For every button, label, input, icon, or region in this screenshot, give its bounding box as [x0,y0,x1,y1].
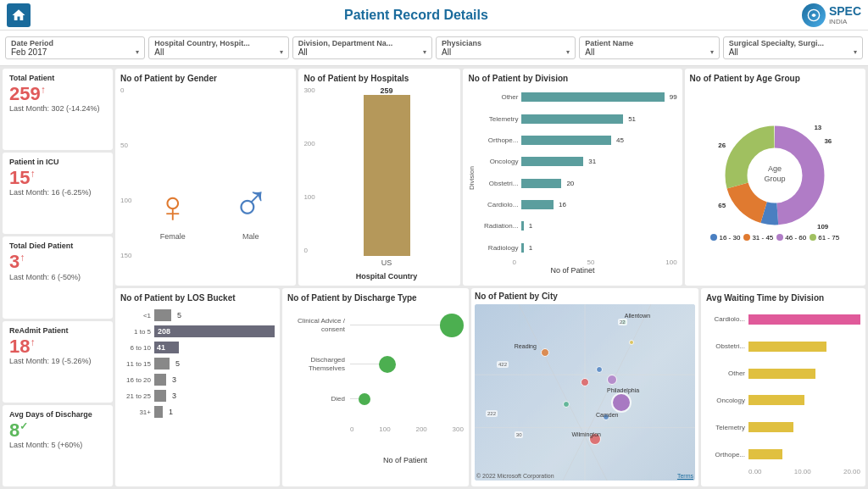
stat-died-sub: Last Month: 6 (-50%) [9,273,106,281]
los-bar-6-10: 41 [154,342,179,353]
hospital-bar-label: US [381,258,392,267]
hospital-x-label: Hospital Country [356,272,418,281]
division-x-label: No of Patinet [468,266,676,275]
los-row-31plus: 31+ 1 [120,406,275,418]
stat-discharge-days: Avg Days of Discharge 8✓ Last Month: 5 (… [3,405,113,486]
wait-row-obstetri: Obstetri... [706,342,860,352]
filter-hospital-country[interactable]: Hospital Country, Hospit... All ▾ [148,36,288,59]
division-y-label: Division [468,86,476,258]
stat-discharge-sub: Last Month: 5 (+60%) [9,441,106,449]
gender-chart-title: No of Patient by Gender [120,74,291,83]
los-row-16-20: 16 to 20 3 [120,374,275,386]
sidebar-stats: Total Patient 259↑ Last Month: 302 (-14.… [3,69,113,486]
main-content: Total Patient 259↑ Last Month: 302 (-14.… [0,66,868,489]
los-row-lt1: <1 5 [120,309,275,321]
discharge-dot-clinical [440,314,464,337]
city-chart-card: No of Patient by City [471,288,698,486]
division-x-axis: 0 50 100 [468,258,676,266]
filter-patient-label: Patient Name [585,39,713,47]
map-road-22: 22 [618,319,627,325]
filter-physicians-value: All [442,47,451,57]
wait-bar-obstetri [748,342,826,352]
div-row-other: Other 99 [476,92,676,102]
stat-total-sub: Last Month: 302 (-14.24%) [9,104,106,113]
filter-physicians-arrow: ▾ [566,48,570,56]
hospital-bar-value: 259 [381,86,393,95]
male-icon: ♂ [231,178,270,229]
discharge-x-axis: 0 100 200 300 [287,425,464,433]
filter-hospital-value: All [154,47,164,57]
age-donut: Age Group 13 36 109 65 26 [720,120,830,231]
legend-16-30: 16 - 30 [710,234,740,242]
filter-hospital-arrow: ▾ [280,48,283,56]
filter-division-value: All [298,47,308,57]
div-row-telemetry: Telemetry 51 [476,114,676,124]
map-dot-philadelphia [611,392,632,413]
spec-logo-text: SPEC INDIA [829,4,861,25]
filter-patient-name[interactable]: Patient Name All ▾ [579,36,719,59]
filter-date-period[interactable]: Date Period Feb 2017 ▾ [5,36,145,59]
map-label-allentown: Allentown [625,313,650,319]
legend-dot-46-60 [776,234,783,241]
waiting-chart-content: Cardiolo... Obstetri... Other Oncol [706,306,860,475]
div-row-radiology: Radiology 1 [476,243,676,253]
waiting-chart-title: Avg Waiting Time by Division [706,293,860,303]
hospital-y-axis: 0 100 200 300 [303,86,317,275]
stat-total-patient: Total Patient 259↑ Last Month: 302 (-14.… [3,69,113,150]
stat-total-label: Total Patient [9,74,106,82]
waiting-bars: Cardiolo... Obstetri... Other Oncol [706,306,860,468]
stat-readmit-value: 18↑ [9,336,106,357]
city-map: Allentown Reading Philadelphia Camden Wi… [475,304,695,481]
charts-area: No of Patient by Gender 150 100 50 0 ♀ F… [115,69,865,486]
map-dot-reading [541,348,549,357]
female-figure: ♀ Female [156,185,189,241]
division-chart-card: No of Patient by Division Division Other… [463,69,682,286]
gender-chart-wrapper: 150 100 50 0 ♀ Female ♂ [120,86,291,276]
los-bar-31plus [154,406,163,418]
map-road-222: 222 [486,410,498,417]
wait-bar-telemetry [748,422,793,432]
filter-bar: Date Period Feb 2017 ▾ Hospital Country,… [0,31,868,66]
map-label-philadelphia: Philadelphia [607,387,639,393]
map-road-422: 422 [497,361,509,368]
gender-y-axis: 150 100 50 0 [120,86,135,276]
svg-text:Age: Age [768,164,782,172]
div-row-oncology: Oncology 31 [476,157,676,166]
map-background: Allentown Reading Philadelphia Camden Wi… [475,304,695,481]
home-button[interactable] [7,3,31,27]
map-road-30: 30 [515,431,524,438]
header: Patient Record Details SPEC INDIA [0,0,868,31]
female-label: Female [160,232,186,241]
hospital-bar [364,95,410,256]
div-bar-other [521,92,664,102]
discharge-line-died [350,398,370,399]
female-icon: ♀ [156,185,189,229]
filter-physicians-label: Physicians [442,39,570,47]
stat-died-value: 3↑ [9,252,106,272]
div-bar-radiation [521,221,523,231]
bottom-charts-row: No of Patient by LOS Bucket <1 5 1 to 5 … [115,288,865,486]
wait-bar-oncology [748,395,804,405]
filter-surgical-label: Surgical Specialty, Surgi... [729,39,857,47]
los-bar-lt1 [154,309,171,321]
top-charts-row: No of Patient by Gender 150 100 50 0 ♀ F… [115,69,865,286]
div-bar-radiology [521,243,523,253]
wait-bar-cardiolo [748,314,860,325]
gender-chart-card: No of Patient by Gender 150 100 50 0 ♀ F… [115,69,296,286]
hospital-chart-card: No of Patient by Hospitals 0 100 200 300… [298,69,460,286]
legend-31-45: 31 - 45 [743,234,773,242]
logo-icon [802,3,826,27]
stat-died-label: Total Died Patient [9,242,106,250]
filter-surgical[interactable]: Surgical Specialty, Surgi... All ▾ [723,36,863,59]
filter-physicians[interactable]: Physicians All ▾ [436,36,576,59]
map-terms[interactable]: Terms [677,473,693,479]
div-bar-oncology [521,157,583,166]
stat-icu-value: 15↑ [9,168,106,188]
discharge-dot-died [359,393,370,405]
los-row-21-25: 21 to 25 3 [120,390,275,402]
legend-dot-61-75 [810,234,816,241]
stat-readmit: ReAdmit Patient 18↑ Last Month: 19 (-5.2… [3,321,113,403]
filter-division[interactable]: Division, Department Na... All ▾ [292,36,432,59]
discharge-row-died: Died [287,395,464,403]
map-label-reading: Reading [515,343,537,349]
